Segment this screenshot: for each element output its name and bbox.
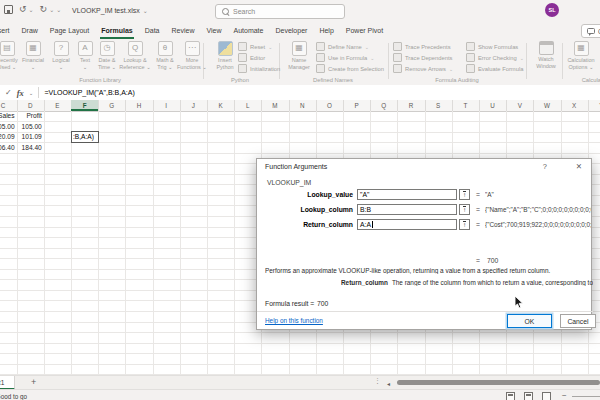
tab-automate[interactable]: Automate [227, 22, 269, 39]
cancel-button[interactable]: Cancel [560, 314, 596, 328]
new-sheet-button[interactable]: + [31, 377, 36, 387]
page-break-view-icon[interactable] [542, 392, 551, 400]
ribbon-button-date-time[interactable]: ◷Date &Time ⌄ [92, 41, 122, 70]
scroll-left-icon[interactable]: ◂ [387, 380, 390, 387]
tab-draw[interactable]: Draw [16, 22, 44, 39]
cell-d3[interactable]: 101.09 [17, 132, 44, 143]
column-header-i[interactable]: I [153, 100, 181, 111]
column-header-e[interactable]: E [44, 100, 72, 111]
ribbon-button-create-from-selection[interactable]: Create from Selection [316, 64, 384, 73]
ribbon-button-show-formulas[interactable]: Show Formulas [466, 42, 518, 51]
argument-input-lookup-value[interactable]: "A" [357, 189, 457, 200]
enter-formula-icon[interactable]: ✓ [5, 88, 12, 97]
range-picker-icon[interactable]: ↑ [459, 189, 470, 200]
ribbon-button-more-functions[interactable]: ⋯MoreFunctions ⌄ [177, 41, 207, 70]
ribbon-button-error-checking[interactable]: Error Checking⌄ [466, 53, 524, 62]
close-icon[interactable]: ✕ [576, 162, 582, 171]
argument-input-lookup-column[interactable]: B:B [357, 204, 457, 215]
column-header-t[interactable]: T [452, 100, 480, 111]
tab-review[interactable]: Review [165, 22, 200, 39]
normal-view-icon[interactable] [506, 392, 515, 400]
column-header-m[interactable]: M [261, 100, 289, 111]
ribbon-button-remove-arrows[interactable]: Remove Arrows⌄ [393, 64, 453, 73]
ribbon-button-financial[interactable]: ▦Financial⌄ [18, 41, 48, 70]
argument-input-return-column[interactable]: A:A [357, 219, 457, 230]
ribbon-button-editor[interactable]: Editor [238, 53, 265, 62]
column-header-g[interactable]: G [98, 100, 126, 111]
column-header-q[interactable]: Q [370, 100, 398, 111]
ribbon-button-math-trig[interactable]: θMath &Trig ⌄ [150, 41, 180, 70]
customize-qat-icon[interactable]: ⌄ [56, 6, 61, 13]
column-header-f[interactable]: F [71, 100, 99, 111]
column-header-j[interactable]: J [180, 100, 208, 111]
column-header-p[interactable]: P [343, 100, 371, 111]
cell-d4[interactable]: 184.40 [17, 142, 44, 153]
column-header-n[interactable]: N [289, 100, 317, 111]
formula-bar-chevron-icon[interactable]: ⌄ [29, 90, 34, 96]
ribbon-button-trace-precedents[interactable]: Trace Precedents [393, 42, 451, 51]
cell-c2[interactable]: 805.00 [0, 121, 17, 132]
ribbon-button-lookup-reference[interactable]: QLookup &Reference ⌄ [120, 41, 150, 70]
search-input[interactable]: Search [215, 4, 345, 19]
column-header-x[interactable]: X [561, 100, 589, 111]
range-picker-icon[interactable]: ↑ [459, 204, 470, 215]
comments-button[interactable]: Comments [581, 24, 600, 38]
ribbon-button-name-manager[interactable]: ▦NameManager [284, 41, 314, 70]
redo-icon[interactable]: ↻ [40, 4, 48, 14]
cell-d1[interactable]: Profit [17, 111, 44, 122]
column-header-v[interactable]: V [506, 100, 534, 111]
cell-c3[interactable]: 120.09 [0, 132, 17, 143]
ribbon-button-use-in-formula[interactable]: Use in Formula⌄ [316, 53, 375, 62]
tab-help[interactable]: Help [313, 22, 339, 39]
ribbon-button-reset[interactable]: Reset⌄ [238, 42, 272, 51]
tab-page-layout[interactable]: Page Layout [44, 22, 95, 39]
column-header-k[interactable]: K [207, 100, 235, 111]
cell-c4[interactable]: 106.40 [0, 142, 17, 153]
column-header-u[interactable]: U [479, 100, 507, 111]
tab-data[interactable]: Data [139, 22, 166, 39]
column-header-o[interactable]: O [316, 100, 344, 111]
ribbon-button-watch-window[interactable]: WatchWindow [531, 41, 561, 69]
document-title[interactable]: VLOOKP_IM test.xlsx⌄ [72, 7, 148, 14]
zoom-out-icon[interactable]: − [562, 391, 567, 400]
column-header-c[interactable]: C [0, 100, 18, 111]
ribbon-button-initialization[interactable]: Initialization [238, 64, 280, 73]
undo-chevron-icon[interactable]: ⌄ [29, 6, 34, 13]
ribbon-button-calculation-options[interactable]: ▦CalculationOptions ⌄ [566, 41, 596, 70]
zoom-slider[interactable] [572, 396, 600, 397]
formula-bar-input[interactable]: =VLOOKUP_IM("A",B:B,A:A) [44, 89, 134, 96]
cell-c1[interactable]: Sales [0, 111, 17, 122]
redo-chevron-icon[interactable]: ⌄ [49, 6, 54, 13]
tab-view[interactable]: View [200, 22, 227, 39]
undo-icon[interactable]: ↺ [19, 4, 27, 14]
insert-function-icon[interactable]: fx [17, 88, 24, 98]
column-header-h[interactable]: H [125, 100, 153, 111]
tab-power-pivot[interactable]: Power Pivot [340, 22, 389, 39]
cell-d2[interactable]: 105.00 [17, 121, 44, 132]
tab-insert[interactable]: Insert [0, 22, 16, 39]
help-on-function-link[interactable]: Help on this function [265, 317, 323, 324]
ribbon-button-[interactable]: ▦ [596, 41, 600, 58]
column-header-r[interactable]: R [397, 100, 425, 111]
tab-formulas[interactable]: Formulas [95, 22, 139, 39]
range-picker-icon[interactable]: ↑ [459, 219, 470, 230]
save-icon[interactable] [4, 5, 13, 14]
page-layout-view-icon[interactable] [524, 392, 533, 400]
ok-button[interactable]: OK [507, 314, 552, 328]
sheet-tab-active[interactable]: Sheet1 [0, 376, 15, 390]
ribbon-button-trace-dependents[interactable]: Trace Dependents [393, 53, 452, 62]
column-header-s[interactable]: S [425, 100, 453, 111]
column-header-d[interactable]: D [17, 100, 45, 111]
dialog-help-icon[interactable]: ? [543, 162, 547, 171]
column-header-l[interactable]: L [234, 100, 262, 111]
tab-developer[interactable]: Developer [269, 22, 313, 39]
ribbon-button-insert-python[interactable]: InsertPython [210, 41, 240, 70]
scrollbar-sizer-icon[interactable]: ⋮ [374, 377, 381, 385]
active-cell-edit-box[interactable]: :B,A:A) [71, 131, 99, 144]
avatar[interactable]: SL [545, 3, 559, 17]
ribbon-button-evaluate-formula[interactable]: Evaluate Formula [466, 64, 523, 73]
ribbon-button-define-name[interactable]: Define Name⌄ [316, 42, 369, 51]
column-header-w[interactable]: W [533, 100, 561, 111]
column-header-y[interactable]: Y [588, 100, 600, 111]
horizontal-scrollbar-thumb[interactable] [397, 380, 600, 385]
